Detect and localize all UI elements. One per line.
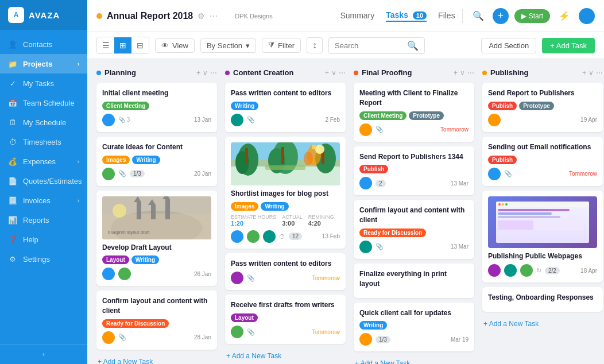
sidebar-item-projects[interactable]: 📁 Projects › xyxy=(0,54,87,73)
sidebar-item-help[interactable]: ❓ Help xyxy=(0,230,87,249)
sidebar-collapse-button[interactable]: ‹ xyxy=(0,344,87,364)
user-avatar[interactable] xyxy=(579,8,595,24)
card-avatar-pb1 xyxy=(488,114,501,126)
col-add-icon-proofing[interactable]: + xyxy=(454,69,458,77)
sidebar-item-contacts[interactable]: 👤 Contacts xyxy=(0,34,87,54)
card-cc4[interactable]: Receive first drafts from writersLayout📎… xyxy=(225,295,346,344)
start-button[interactable]: ▶ Start xyxy=(514,9,550,23)
tag-writing: Writing xyxy=(131,255,159,264)
nav-files[interactable]: Files xyxy=(438,11,455,21)
chevron-right-expenses-icon: › xyxy=(78,158,79,165)
add-task-row-publishing[interactable]: + Add a New Task xyxy=(482,316,603,331)
col-add-icon-planning[interactable]: + xyxy=(196,69,200,77)
nav-tasks[interactable]: Tasks 10 xyxy=(386,10,427,22)
sidebar-logo[interactable]: A AVAZA xyxy=(0,0,87,30)
card-date-cc2: 13 Feb xyxy=(322,233,340,239)
add-task-button[interactable]: + Add Task xyxy=(542,38,595,53)
remaining-item: REMINING 4:20 xyxy=(308,214,334,227)
card-fp3[interactable]: Confirm layout and content with clientRe… xyxy=(354,200,474,259)
card-c3[interactable]: blueprint layout draft Develop Draft Lay… xyxy=(96,191,217,286)
column-header-content: Content Creation + ∨ ⋯ xyxy=(225,68,346,77)
card-avatar-pb2 xyxy=(488,168,501,180)
tag-ready: Ready for Discussion xyxy=(359,229,426,237)
sidebar-label-timesheets: Timesheets xyxy=(23,138,61,146)
card-c2[interactable]: Curate Ideas for ContentImagesWriting📎1/… xyxy=(96,137,217,186)
column-title-bar-planning: Planning xyxy=(96,68,193,77)
board-view-button[interactable]: ⊞ xyxy=(114,37,131,53)
sidebar-item-team-schedule[interactable]: 📅 Team Schedule xyxy=(0,93,87,113)
card-tags-c2: ImagesWriting xyxy=(102,156,211,164)
card-title-c3: Develop Draft Layout xyxy=(102,243,211,253)
card-progress-cc2: ESTIMATE HOURS 1:20 ACTUAL 3:00 REMINING… xyxy=(231,214,340,227)
my-tasks-icon: ✓ xyxy=(8,79,17,88)
card-footer-c4: 📎28 Jan xyxy=(102,331,211,344)
filter-button[interactable]: ⧩ Filter xyxy=(262,38,301,53)
card-date-c2: 20 Jan xyxy=(194,171,211,177)
attachment-icon: 📎 xyxy=(247,328,255,336)
tag-publish: Publish xyxy=(488,156,517,164)
add-button[interactable]: + xyxy=(493,8,509,24)
card-avatarlist-cc2-1 xyxy=(247,230,260,243)
tasks-count-badge: 10 xyxy=(413,11,427,20)
gear-icon[interactable]: ⚙ xyxy=(198,11,205,21)
search-button[interactable]: 🔍 xyxy=(470,7,487,25)
card-badge-pb3: 2/2 xyxy=(545,267,560,274)
list-view-button[interactable]: ☰ xyxy=(97,37,114,53)
card-fp5[interactable]: Quick client call for updatesWriting1/3M… xyxy=(354,303,474,352)
card-fp2[interactable]: Send Report to Publishers 1344Publish213… xyxy=(354,146,474,196)
sidebar-item-quotes[interactable]: 📄 Quotes/Estimates xyxy=(0,171,87,191)
board: Planning + ∨ ⋯ Initial client meetingCli… xyxy=(87,59,604,364)
sort-button[interactable]: ↕ xyxy=(307,37,323,53)
card-title-fp1: Meeting with Client to Finalize Report xyxy=(359,88,469,108)
more-options-icon[interactable]: ⋯ xyxy=(210,11,218,21)
card-tags-c1: Client Meeting xyxy=(102,102,211,110)
col-more-icon-publishing[interactable]: ⋯ xyxy=(596,69,603,77)
add-task-row-content[interactable]: + Add a New Task xyxy=(225,348,346,363)
sidebar-item-invoices[interactable]: 📃 Invoices › xyxy=(0,191,87,210)
card-cc3[interactable]: Pass written content to editors📎Tommorow xyxy=(225,253,346,291)
col-chevron-down-icon-proofing[interactable]: ∨ xyxy=(460,69,465,77)
sidebar-item-expenses[interactable]: 💰 Expenses › xyxy=(0,152,87,171)
nav-summary[interactable]: Summary xyxy=(340,11,374,21)
sidebar-item-my-schedule[interactable]: 🗓 My Schedule xyxy=(0,113,87,132)
add-section-button[interactable]: Add Section xyxy=(481,38,536,53)
view-selector[interactable]: 👁 View xyxy=(155,38,195,53)
grid-view-button[interactable]: ⊟ xyxy=(131,37,149,53)
card-fp1[interactable]: Meeting with Client to Finalize ReportCl… xyxy=(354,83,474,142)
section-selector[interactable]: By Section ▾ xyxy=(200,38,256,53)
col-more-icon-proofing[interactable]: ⋯ xyxy=(467,69,474,77)
col-chevron-down-icon-content[interactable]: ∨ xyxy=(331,69,336,77)
card-pb4[interactable]: Testing, Onboarding Responses xyxy=(482,287,603,312)
card-cc1[interactable]: Pass written content to editorsWriting📎2… xyxy=(225,83,346,132)
sidebar-item-timesheets[interactable]: ⏱ Timesheets xyxy=(0,132,87,152)
add-task-row-proofing[interactable]: + Add a New Task xyxy=(354,356,474,364)
card-title-fp2: Send Report to Publishers 1344 xyxy=(359,152,469,162)
col-menu-publishing: + ∨ ⋯ xyxy=(582,69,603,77)
card-pb1[interactable]: Send Report to PublishersPublishPrototyp… xyxy=(482,83,603,132)
card-avatar-c3 xyxy=(102,268,115,280)
card-title-pb3: Publishing Public Webpages xyxy=(488,251,597,261)
sidebar-item-settings[interactable]: ⚙ Settings xyxy=(0,249,87,269)
card-cc2[interactable]: Shortlist images for blog postImagesWrit… xyxy=(225,137,346,249)
col-more-icon-content[interactable]: ⋯ xyxy=(339,69,346,77)
col-add-icon-publishing[interactable]: + xyxy=(582,69,586,77)
lightning-icon-button[interactable]: ⚡ xyxy=(556,7,573,25)
col-add-icon-content[interactable]: + xyxy=(325,69,329,77)
card-tags-cc4: Layout xyxy=(231,313,340,322)
sidebar-item-my-tasks[interactable]: ✓ My Tasks xyxy=(0,73,87,93)
col-chevron-down-icon-planning[interactable]: ∨ xyxy=(203,69,208,77)
col-more-icon-planning[interactable]: ⋯ xyxy=(210,69,217,77)
card-pb3[interactable]: Publishing Public Webpages↻2/218 Apr xyxy=(482,191,603,283)
card-pb2[interactable]: Sending out Email notificationsPublish📎T… xyxy=(482,137,603,186)
card-fp4[interactable]: Finalize everything in print layout xyxy=(354,264,474,298)
add-task-row-planning[interactable]: + Add a New Task xyxy=(96,354,217,364)
col-chevron-down-icon-publishing[interactable]: ∨ xyxy=(588,69,594,77)
search-input[interactable] xyxy=(335,41,404,50)
refresh-icon: ↻ xyxy=(536,267,541,274)
sidebar-item-reports[interactable]: 📊 Reports xyxy=(0,210,87,230)
column-title-proofing: Final Proofing xyxy=(362,68,412,77)
sidebar-label-settings: Settings xyxy=(23,255,50,264)
card-c4[interactable]: Confirm layout and content with clientRe… xyxy=(96,291,217,350)
card-c1[interactable]: Initial client meetingClient Meeting📎 31… xyxy=(96,83,217,132)
tag-layout: Layout xyxy=(231,313,258,322)
